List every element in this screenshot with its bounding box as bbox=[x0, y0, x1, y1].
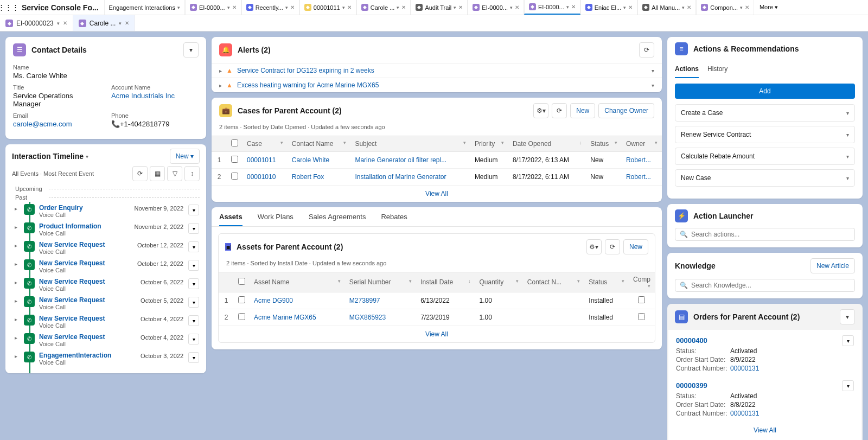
alert-link[interactable]: Excess heating warning for Acme Marine M… bbox=[237, 81, 379, 89]
serial-link[interactable]: MGX865923 bbox=[349, 314, 386, 321]
asset-link[interactable]: Acme DG900 bbox=[254, 297, 293, 304]
select-all-checkbox[interactable] bbox=[231, 139, 238, 146]
cases-refresh-button[interactable]: ⟳ bbox=[552, 103, 567, 118]
chevron-down-icon[interactable]: ▾ bbox=[119, 21, 122, 26]
expand-icon[interactable]: ▸ bbox=[12, 333, 20, 347]
timeline-item-menu[interactable]: ▾ bbox=[188, 315, 199, 326]
sort-icon[interactable]: ▾ bbox=[648, 283, 650, 289]
row-checkbox[interactable] bbox=[231, 173, 238, 180]
order-contract-link[interactable]: 00000131 bbox=[730, 410, 759, 417]
col-header[interactable]: Install Date↓ bbox=[416, 272, 475, 292]
nav-tab[interactable]: ◆Eniac El...▾✕ bbox=[580, 0, 638, 15]
order-number-link[interactable]: 00000399 bbox=[676, 381, 707, 390]
timeline-item-menu[interactable]: ▾ bbox=[188, 278, 199, 289]
chevron-down-icon[interactable]: ▾ bbox=[846, 132, 849, 138]
case-link[interactable]: 00001010 bbox=[247, 173, 276, 181]
col-header[interactable]: Contact Name▾ bbox=[288, 136, 351, 152]
close-icon[interactable]: ✕ bbox=[687, 4, 691, 10]
timeline-item-menu[interactable]: ▾ bbox=[188, 223, 199, 234]
assets-refresh-button[interactable]: ⟳ bbox=[605, 239, 620, 254]
chevron-down-icon[interactable]: ▾ bbox=[682, 5, 685, 10]
row-checkbox[interactable] bbox=[238, 313, 245, 320]
close-icon[interactable]: ✕ bbox=[125, 20, 129, 26]
chevron-down-icon[interactable]: ▾ bbox=[227, 5, 230, 10]
serial-link[interactable]: M2738997 bbox=[349, 297, 380, 304]
contact-link[interactable]: Carole White bbox=[292, 156, 329, 164]
sort-icon[interactable]: ▾ bbox=[577, 278, 580, 284]
nav-tab[interactable]: ◆All Manu...▾✕ bbox=[637, 0, 696, 15]
chevron-down-icon[interactable]: ▾ bbox=[846, 175, 849, 181]
phone-value[interactable]: 📞+1-4042818779 bbox=[111, 120, 199, 128]
mid-tab[interactable]: Work Plans bbox=[258, 213, 293, 226]
sort-icon[interactable]: ▾ bbox=[622, 278, 624, 284]
assets-settings-button[interactable]: ⚙▾ bbox=[586, 239, 602, 254]
owner-link[interactable]: Robert... bbox=[626, 156, 651, 164]
sort-icon[interactable]: ▾ bbox=[655, 140, 658, 145]
sort-icon[interactable]: ↓ bbox=[579, 140, 582, 145]
sort-icon[interactable]: ↓ bbox=[468, 278, 471, 284]
chevron-down-icon[interactable]: ▾ bbox=[397, 5, 399, 10]
contact-link[interactable]: Robert Fox bbox=[292, 173, 324, 181]
assets-new-button[interactable]: New bbox=[623, 239, 648, 254]
nav-tab[interactable]: ◆00001011▾✕ bbox=[299, 0, 356, 15]
close-icon[interactable]: ✕ bbox=[232, 4, 237, 10]
expand-icon[interactable]: ▸ bbox=[12, 278, 20, 292]
comp-checkbox[interactable] bbox=[638, 313, 645, 320]
cases-view-all[interactable]: View All bbox=[425, 190, 448, 197]
cases-settings-button[interactable]: ⚙▾ bbox=[533, 103, 548, 118]
timeline-new-button[interactable]: New ▾ bbox=[170, 149, 200, 164]
sort-icon[interactable]: ▾ bbox=[463, 140, 466, 145]
mid-tab[interactable]: Rebates bbox=[381, 213, 407, 226]
cases-new-button[interactable]: New bbox=[570, 103, 595, 118]
case-link[interactable]: 00001011 bbox=[247, 156, 276, 164]
col-header[interactable]: Subject▾ bbox=[350, 136, 470, 152]
knowledge-search[interactable] bbox=[691, 282, 850, 289]
row-checkbox[interactable] bbox=[238, 296, 245, 303]
timeline-item-menu[interactable]: ▾ bbox=[188, 352, 199, 363]
action-item[interactable]: New Case▾ bbox=[675, 169, 855, 187]
sub-tab[interactable]: ◆EI-00000023▾✕ bbox=[0, 15, 73, 31]
sort-icon[interactable]: ▾ bbox=[343, 140, 346, 145]
chevron-down-icon[interactable]: ▾ bbox=[566, 4, 569, 10]
col-header[interactable]: Date Opened↓ bbox=[508, 136, 586, 152]
expand-icon[interactable]: ▸ bbox=[12, 222, 20, 237]
actions-add-button[interactable]: Add bbox=[675, 84, 855, 99]
close-icon[interactable]: ✕ bbox=[571, 4, 576, 10]
subject-link[interactable]: Marine Generator oil filter repl... bbox=[355, 156, 446, 164]
col-header[interactable]: Status▾ bbox=[584, 272, 629, 292]
assets-view-all[interactable]: View All bbox=[425, 330, 448, 338]
chevron-down-icon[interactable]: ▾ bbox=[623, 5, 626, 10]
orders-view-all[interactable]: View All bbox=[754, 426, 776, 434]
chevron-down-icon[interactable]: ▾ bbox=[342, 5, 345, 10]
close-icon[interactable]: ✕ bbox=[628, 4, 633, 10]
app-launcher-icon[interactable]: ⋮⋮⋮ bbox=[0, 3, 16, 11]
email-link[interactable]: carole@acme.com bbox=[13, 120, 72, 128]
timeline-item-title[interactable]: Order Enquiry bbox=[39, 204, 83, 212]
contact-details-menu[interactable]: ▾ bbox=[183, 42, 199, 58]
sort-icon[interactable]: ▾ bbox=[501, 140, 504, 145]
order-menu[interactable]: ▾ bbox=[842, 335, 854, 346]
timeline-item-title[interactable]: Product Information bbox=[39, 222, 101, 230]
timeline-item-title[interactable]: New Service Request bbox=[39, 278, 105, 285]
timeline-item-menu[interactable]: ▾ bbox=[188, 205, 199, 215]
action-item[interactable]: Renew Service Contract▾ bbox=[675, 126, 855, 143]
owner-link[interactable]: Robert... bbox=[626, 173, 651, 181]
chevron-down-icon[interactable]: ▾ bbox=[177, 5, 180, 10]
expand-icon[interactable]: ▸ bbox=[12, 204, 20, 218]
account-link[interactable]: Acme Industrials Inc bbox=[111, 92, 175, 100]
col-header[interactable]: Serial Number▾ bbox=[345, 272, 416, 292]
timeline-refresh-icon[interactable]: ⟳ bbox=[132, 166, 148, 181]
nav-tab[interactable]: ◆EI-0000...▾✕ bbox=[185, 0, 241, 15]
chevron-down-icon[interactable]: ▾ bbox=[846, 154, 849, 160]
sub-tab[interactable]: ◆Carole ...▾✕ bbox=[73, 15, 136, 31]
alerts-refresh[interactable]: ⟳ bbox=[639, 42, 654, 58]
close-icon[interactable]: ✕ bbox=[347, 4, 352, 10]
col-header[interactable]: Case▾ bbox=[242, 136, 288, 152]
close-icon[interactable]: ✕ bbox=[401, 4, 406, 10]
sort-icon[interactable]: ▾ bbox=[338, 278, 341, 284]
timeline-item-menu[interactable]: ▾ bbox=[188, 334, 199, 345]
chevron-down-icon[interactable]: ▾ bbox=[846, 110, 849, 116]
order-menu[interactable]: ▾ bbox=[842, 380, 854, 391]
action-launcher-search[interactable] bbox=[691, 231, 850, 238]
timeline-item-title[interactable]: New Service Request bbox=[39, 315, 105, 322]
